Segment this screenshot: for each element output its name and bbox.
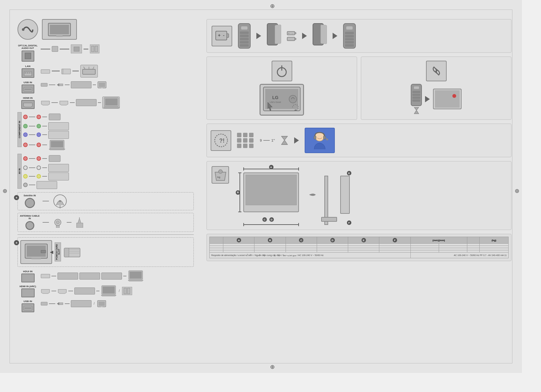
usb-in-top-section: USB IN <box>17 81 194 93</box>
svg-rect-56 <box>24 307 31 309</box>
satellite-connector <box>25 198 35 208</box>
hdmi-arc-label: HDMI IN (ARC) <box>19 285 36 288</box>
opt-port-icon: OPT.CAL.D/IGITAL AUDIO OUT <box>17 44 38 62</box>
svg-rect-11 <box>41 70 50 73</box>
power-icon-box <box>272 61 292 81</box>
tv-pairing-screen <box>433 89 462 109</box>
th-c: C <box>286 237 317 244</box>
plus-indicator-2: + <box>14 240 19 245</box>
td-3-11 <box>479 248 508 250</box>
battery-arrow2 <box>302 33 307 39</box>
help-arrow <box>294 137 299 144</box>
td-1-8 <box>410 244 439 246</box>
td-4-8 <box>410 250 439 253</box>
hdui-section: HDUI IN <box>17 270 194 282</box>
svg-rect-3 <box>56 35 63 37</box>
svg-point-88 <box>219 170 222 173</box>
hdmi-in-section: HDMI IN <box>17 97 194 109</box>
td-4-3 <box>254 250 286 253</box>
tv-dimension-front: A B C <box>237 166 310 225</box>
link-icon-box <box>426 61 447 81</box>
dim-bottom <box>243 224 299 225</box>
svg-rect-58 <box>59 303 63 305</box>
opt-port-box <box>22 51 34 62</box>
svg-point-36 <box>56 221 59 224</box>
td-2-5 <box>317 246 348 248</box>
tv-base <box>321 217 337 222</box>
hdmi-arc-section: HDMI IN (ARC) / <box>17 285 194 297</box>
svg-line-17 <box>93 67 94 69</box>
component-row-1 <box>23 112 194 122</box>
help-icon-box: ?! <box>211 130 231 151</box>
table-body <box>210 244 509 253</box>
table-row-3 <box>210 248 509 250</box>
hdmi-port-icon: HDMI IN <box>17 97 38 109</box>
tv-power-diagram: LG Life's Good <box>260 84 304 116</box>
td-3-3 <box>254 248 286 250</box>
page-container: ⊕ ⊕ ⊕ ⊕ OPT.CAL.D/I <box>0 0 522 373</box>
circular-arrow <box>291 103 300 113</box>
td-2-2 <box>223 246 254 248</box>
opt-diagram <box>41 44 194 53</box>
svg-rect-20 <box>41 83 47 86</box>
av-in-section: AV IN <box>17 154 194 189</box>
td-3-1 <box>210 248 223 250</box>
lan-diagram <box>41 65 194 78</box>
svg-point-0 <box>22 28 24 31</box>
svg-rect-67 <box>295 32 296 34</box>
svg-rect-14 <box>83 69 95 74</box>
usb-bottom-port-icon: USB IN <box>17 300 38 312</box>
hdmi-laptop <box>102 97 120 109</box>
td-3-9 <box>439 248 467 250</box>
hdmi-label: HDMI IN <box>23 97 33 99</box>
table-row-4 <box>210 250 509 253</box>
tv-with-lg: LG Life's Good <box>260 84 304 116</box>
svg-rect-37 <box>77 223 83 228</box>
cable-icon <box>17 19 38 40</box>
td-4-9 <box>439 250 467 253</box>
reg-mark-right: ⊕ <box>515 187 519 194</box>
keypad-icon <box>237 133 254 148</box>
help-steps: 9 1" <box>260 139 275 142</box>
svg-rect-9 <box>29 72 30 73</box>
usb-bottom-drive <box>71 300 91 307</box>
component-in-section: COMPONENT IN <box>17 112 194 151</box>
lan-port-icon: LAN <box>17 65 38 78</box>
hdmi-device <box>76 99 97 106</box>
td-2-9 <box>439 246 467 248</box>
svg-rect-2 <box>50 25 69 34</box>
td-2-3 <box>254 246 286 248</box>
svg-rect-4 <box>91 46 94 52</box>
usb-top-port-box <box>22 84 34 93</box>
batteries: + - <box>287 31 296 41</box>
hdmi-port-box <box>21 100 35 109</box>
svg-rect-50 <box>130 272 142 279</box>
svg-rect-44 <box>64 248 69 257</box>
td-2-8 <box>410 246 439 248</box>
svg-rect-60 <box>98 301 105 306</box>
td-1-4 <box>286 244 317 246</box>
td-2-4 <box>286 246 317 248</box>
td-4-4 <box>286 250 317 253</box>
table-row-1 <box>210 244 509 246</box>
lan-router-icon <box>80 65 98 78</box>
th-d: D <box>317 237 348 244</box>
usb-top-diagram <box>41 81 194 89</box>
usb-in-bottom-section: USB IN / <box>17 300 194 312</box>
av-connectors <box>23 154 194 189</box>
td-1-9 <box>439 244 467 246</box>
pcmcia-v-label: PCMCIA CARD SLOT <box>55 242 61 261</box>
td-3-10 <box>467 248 479 250</box>
usb-bottom-label: USB IN <box>24 300 32 303</box>
td-1-11 <box>479 244 508 246</box>
battery-icon: + - <box>212 26 232 46</box>
svg-rect-29 <box>51 141 63 147</box>
plus-indicator-1: + <box>14 195 19 200</box>
spec-table-section: A B C D E F (mm)(mm) (kg) <box>206 234 511 261</box>
usb-top-label: USB IN <box>24 81 32 84</box>
usb-bottom-diagram: / <box>41 300 194 308</box>
card-illustration <box>64 246 81 258</box>
td-1-5 <box>317 244 348 246</box>
td-1-2 <box>223 244 254 246</box>
lan-section: LAN <box>17 65 194 78</box>
